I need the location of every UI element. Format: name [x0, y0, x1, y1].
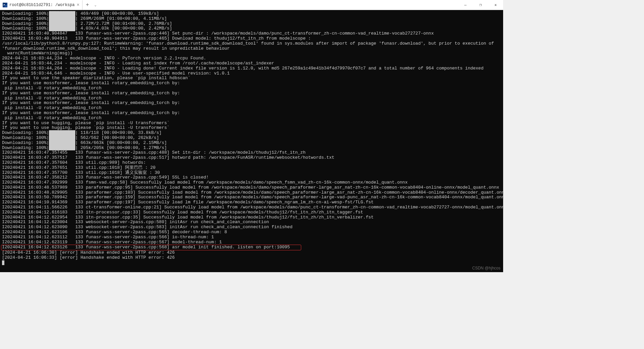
log-line: pip install -U rotary_embedding_torch: [2, 115, 101, 120]
progress-bar: ██████████: [49, 146, 75, 151]
log-line: I20240421 16:04:12.623090 133 websocket-…: [2, 225, 292, 230]
dl-line: Downloading: 100%|██████████| 118/118 [0…: [2, 130, 162, 135]
progress-bar: ██████████: [49, 26, 75, 31]
log-line: If you want to use hugging, please `pip …: [2, 125, 169, 130]
log-line: I20240421 16:04:10.914369 133 paraformer…: [2, 200, 374, 205]
tab-terminal[interactable]: >_ root@0c81b11d2791: /workspa ×: [0, 0, 83, 10]
dl-line: Downloading: 100%|██████████| 269M/269M …: [2, 16, 167, 21]
window-controls: — ❐ ✕: [458, 0, 503, 10]
log-line: I20240421 16:03:47.357455 133 funasr-wss…: [2, 150, 306, 155]
log-line: warn(RuntimeWarning(msg)): [2, 51, 73, 56]
log-line: I20240421 16:03:48.537989 133 paraformer…: [2, 185, 499, 190]
log-line: I20240421 16:03:40.904847 133 funasr-wss…: [2, 31, 434, 36]
progress-bar: ██████████: [49, 136, 75, 141]
log-line: I20240421 16:03:47.357517 133 funasr-wss…: [2, 155, 334, 160]
progress-bar: ██████████: [49, 11, 75, 16]
log-line: pip install -U rotary_embedding_torch: [2, 86, 101, 91]
log-line: I20240421 16:03:47.358212 133 funasr-wss…: [2, 175, 209, 180]
log-line: I20240421 16:04:12.623106 133 funasr-wss…: [2, 230, 227, 235]
log-line: 2024-04-21 16:03:44,646 - modelscope - I…: [2, 71, 230, 76]
log-line: I20240421 16:04:12.622954 133 itn-proces…: [2, 215, 374, 220]
log-line: I20240421 16:03:47.392999 133 fsmn-vad.c…: [2, 180, 408, 185]
dl-line: Downloading: 100%|██████████| 469/469 [0…: [2, 11, 159, 16]
log-line: If you want use mossformer, lease instal…: [2, 91, 180, 96]
log-line: I20240421 16:03:48.829905 133 paraformer…: [2, 190, 503, 195]
terminal-cursor: [2, 260, 4, 265]
log-line: I20240421 16:03:47.357700 133 util.cpp:1…: [2, 170, 160, 175]
log-line: 2024-04-21 16:03:44,264 - modelscope - I…: [2, 66, 483, 71]
log-line: [2024-04-21 16:06:33] [error] Handshake …: [2, 255, 175, 260]
log-line: I20240421 16:03:40.904913 133 funasr-wss…: [2, 36, 311, 41]
dl-line: Downloading: 100%|██████████| 562/562 [0…: [2, 135, 159, 140]
progress-bar: ██████████: [49, 141, 75, 146]
log-line: If you want to use the speaker diarizati…: [2, 76, 191, 81]
log-line: If you want to use hugging, please `pip …: [2, 120, 169, 126]
titlebar: >_ root@0c81b11d2791: /workspa × + ⌄ — ❐…: [0, 0, 503, 10]
log-line: I20240421 16:03:50.789942 133 paraformer…: [2, 195, 503, 200]
log-line: If you want use mossformer, lease instal…: [2, 81, 180, 86]
tab-close-icon[interactable]: ×: [76, 2, 79, 8]
log-line: 2024-04-21 16:03:44,234 - modelscope - I…: [2, 56, 206, 61]
maximize-button[interactable]: ❐: [473, 0, 488, 10]
dl-line: Downloading: 100%|██████████| 205k/205k …: [2, 145, 167, 150]
dl-line: Downloading: 100%|██████████| 4.03k/4.03…: [2, 26, 172, 31]
log-line: If you want use mossformer, lease instal…: [2, 100, 180, 105]
log-line: I20240421 16:03:47.357651 133 util.cpp:1…: [2, 165, 156, 170]
tab-dropdown-icon[interactable]: ⌄: [92, 3, 98, 7]
log-line: I20240421 16:04:12.623004 133 websocket-…: [2, 219, 269, 225]
dl-line: Downloading: 100%|██████████| 663k/663k …: [2, 140, 167, 145]
log-line: pip install -U rotary_embedding_torch: [2, 105, 101, 110]
progress-bar: ██████████: [49, 16, 75, 21]
progress-bar: ██████████: [49, 21, 75, 27]
highlighted-log-line: I20240421 16:04:12.623126 133 funasr-wss…: [1, 245, 301, 250]
log-line: I20240421 16:04:12.623112 133 funasr-wss…: [2, 235, 214, 240]
log-line: I20240421 16:04:12.616183 133 itn-proces…: [2, 210, 363, 215]
log-line: pip install -U rotary_embedding_torch: [2, 96, 101, 101]
new-tab-button[interactable]: +: [83, 2, 93, 8]
log-line: If you want use mossformer, lease instal…: [2, 110, 180, 115]
progress-bar: ██████████: [49, 131, 75, 136]
tab-title: root@0c81b11d2791: /workspa: [9, 3, 74, 7]
log-line: I20240421 16:04:12.623119 133 funasr-wss…: [2, 240, 222, 245]
log-line: [2024-04-21 16:06:30] [error] Handshake …: [2, 250, 175, 255]
log-line: I20240421 16:04:11.566226 133 ct-transfo…: [2, 205, 503, 210]
log-line: /usr/local/lib/python3.8/runpy.py:127: R…: [2, 41, 501, 51]
minimize-button[interactable]: —: [458, 0, 473, 10]
watermark: CSDN @hjhcos: [472, 266, 500, 271]
log-line: 2024-04-21 16:03:44,234 - modelscope - I…: [2, 61, 274, 66]
log-line: I20240421 16:03:47.357604 133 util.cpp:9…: [2, 160, 146, 165]
powershell-icon: >_: [3, 3, 7, 7]
terminal-output[interactable]: Downloading: 100%|██████████| 469/469 [0…: [0, 10, 503, 272]
dl-line: Downloading: 100%|██████████| 2.72M/2.72…: [2, 21, 172, 26]
close-button[interactable]: ✕: [488, 0, 503, 10]
